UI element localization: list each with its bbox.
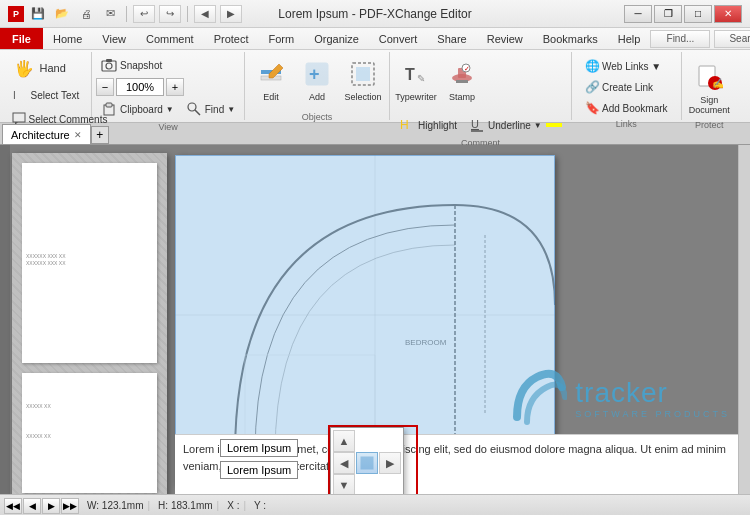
svg-point-5 bbox=[106, 63, 112, 69]
sign-document-button[interactable]: ✍ Sign Document bbox=[687, 57, 731, 118]
close-button[interactable]: ✕ bbox=[714, 5, 742, 23]
add-bookmark-button[interactable]: 🔖 Add Bookmark bbox=[582, 99, 671, 117]
popup-down-button[interactable]: ▼ bbox=[333, 474, 355, 494]
tab-strip: Architecture ✕ + bbox=[0, 123, 750, 145]
ribbon: 🖐 Hand I Select Text Select Comments bbox=[0, 50, 750, 123]
inner-page-bottom: XXXXX XX XXXXX XX bbox=[22, 373, 157, 493]
menu-comment[interactable]: Comment bbox=[136, 28, 204, 49]
clipboard-icon bbox=[101, 101, 117, 117]
popup-toolbar: ▲ ◀ ▶ ▼ bbox=[330, 427, 404, 494]
find-button[interactable]: Find... bbox=[650, 30, 710, 48]
svg-text:✍: ✍ bbox=[712, 77, 723, 90]
popup-center-button[interactable] bbox=[356, 452, 378, 474]
add-button[interactable]: + Add bbox=[295, 54, 339, 110]
svg-line-10 bbox=[195, 110, 200, 115]
sign-document-icon: ✍ bbox=[693, 61, 725, 93]
menu-bar: File Home View Comment Protect Form Orga… bbox=[0, 28, 750, 50]
app-title: Lorem Ipsum - PDF-XChange Editor bbox=[278, 7, 471, 21]
stamp-button[interactable]: ✓ Stamp bbox=[440, 54, 484, 110]
qat-print[interactable]: 🖨 bbox=[76, 5, 96, 23]
snapshot-button[interactable]: Snapshot bbox=[96, 54, 167, 76]
snapshot-icon bbox=[101, 57, 117, 73]
svg-rect-17 bbox=[356, 67, 370, 81]
selection-icon bbox=[347, 58, 379, 90]
qat-undo[interactable]: ↩ bbox=[133, 5, 155, 23]
qat-back[interactable]: ◀ bbox=[194, 5, 216, 23]
underline-button[interactable]: U Underline ▼ bbox=[464, 114, 567, 136]
hand-tool-button[interactable]: 🖐 Hand bbox=[7, 54, 87, 82]
select-text-button[interactable]: I Select Text bbox=[7, 84, 87, 106]
tab-close-button[interactable]: ✕ bbox=[74, 130, 82, 140]
popup-up-button[interactable]: ▲ bbox=[333, 430, 355, 452]
height-info: H: 183.1mm bbox=[158, 500, 212, 511]
popup-left-button[interactable]: ◀ bbox=[333, 452, 355, 474]
protect-label: Protect bbox=[695, 118, 724, 130]
menu-home[interactable]: Home bbox=[43, 28, 92, 49]
view-label: View bbox=[158, 120, 177, 132]
ribbon-group-comment: T ✎ Typewriter bbox=[390, 52, 572, 120]
menu-bookmarks[interactable]: Bookmarks bbox=[533, 28, 608, 49]
menu-file[interactable]: File bbox=[0, 28, 43, 49]
popup-right-button[interactable]: ▶ bbox=[379, 452, 401, 474]
svg-text:T: T bbox=[405, 66, 415, 83]
add-bookmark-icon: 🔖 bbox=[585, 101, 600, 115]
search-button[interactable]: Search... bbox=[714, 30, 750, 48]
menu-help[interactable]: Help bbox=[608, 28, 651, 49]
menu-convert[interactable]: Convert bbox=[369, 28, 428, 49]
ribbon-content: 🖐 Hand I Select Text Select Comments bbox=[0, 50, 750, 122]
svg-text:✓: ✓ bbox=[464, 65, 470, 72]
menu-share[interactable]: Share bbox=[427, 28, 476, 49]
web-links-button[interactable]: 🌐 Web Links ▼ bbox=[582, 57, 671, 75]
popup-label-1: Lorem Ipsum bbox=[220, 439, 298, 457]
x-label: X : bbox=[227, 500, 239, 511]
qat-save[interactable]: 💾 bbox=[28, 5, 48, 23]
pdf-page-left: XXXXXX XXX XX XXXXXX XXX XX XXXXX XX XXX… bbox=[12, 153, 167, 494]
next-page-button[interactable]: ▶ bbox=[42, 498, 60, 514]
app-icon: P bbox=[8, 6, 24, 22]
menu-organize[interactable]: Organize bbox=[304, 28, 369, 49]
create-link-button[interactable]: 🔗 Create Link bbox=[582, 78, 671, 96]
minimize-button[interactable]: ─ bbox=[624, 5, 652, 23]
popup-row-middle: ◀ ▶ bbox=[333, 452, 401, 474]
svg-text:I: I bbox=[13, 90, 16, 101]
links-label: Links bbox=[616, 117, 637, 129]
clipboard-button[interactable]: Clipboard ▼ bbox=[96, 98, 179, 120]
doc-tab-architecture[interactable]: Architecture ✕ bbox=[2, 124, 91, 144]
status-bar: ◀◀ ◀ ▶ ▶▶ W: 123.1mm | H: 183.1mm | X : … bbox=[0, 494, 750, 515]
qat-redo[interactable]: ↪ bbox=[159, 5, 181, 23]
ribbon-group-view: Snapshot − + Clipboard ▼ bbox=[92, 52, 245, 120]
zoom-input[interactable] bbox=[116, 78, 164, 96]
qat-open[interactable]: 📂 bbox=[52, 5, 72, 23]
right-scrollbar[interactable] bbox=[738, 145, 750, 494]
typewriter-button[interactable]: T ✎ Typewriter bbox=[394, 54, 438, 110]
edit-button[interactable]: Edit bbox=[249, 54, 293, 110]
tracker-logo-symbol bbox=[507, 367, 567, 429]
first-page-button[interactable]: ◀◀ bbox=[4, 498, 22, 514]
qat-email[interactable]: ✉ bbox=[100, 5, 120, 23]
zoom-out-button[interactable]: − bbox=[96, 78, 114, 96]
restore-button[interactable]: ❐ bbox=[654, 5, 682, 23]
qat-forward[interactable]: ▶ bbox=[220, 5, 242, 23]
highlight-button[interactable]: H Highlight bbox=[394, 114, 462, 136]
menu-form[interactable]: Form bbox=[259, 28, 305, 49]
web-links-icon: 🌐 bbox=[585, 59, 600, 73]
window-controls: ─ ❐ □ ✕ bbox=[624, 5, 742, 23]
new-tab-button[interactable]: + bbox=[91, 126, 109, 144]
svg-rect-22 bbox=[456, 80, 468, 83]
selection-button[interactable]: Selection bbox=[341, 54, 385, 110]
svg-rect-8 bbox=[106, 103, 112, 107]
tracker-logo: tracker SOFTWARE PRODUCTS bbox=[507, 367, 730, 429]
menu-view[interactable]: View bbox=[92, 28, 136, 49]
edit-icon bbox=[255, 58, 287, 90]
zoom-in-button[interactable]: + bbox=[166, 78, 184, 96]
last-page-button[interactable]: ▶▶ bbox=[61, 498, 79, 514]
svg-rect-39 bbox=[361, 457, 373, 469]
ribbon-group-links: 🌐 Web Links ▼ 🔗 Create Link 🔖 Add Bookma… bbox=[572, 52, 682, 120]
maximize2-button[interactable]: □ bbox=[684, 5, 712, 23]
width-info: W: 123.1mm bbox=[87, 500, 144, 511]
find-tool-button[interactable]: Find ▼ bbox=[181, 98, 240, 120]
menu-review[interactable]: Review bbox=[477, 28, 533, 49]
inner-page-top: XXXXXX XXX XX XXXXXX XXX XX bbox=[22, 163, 157, 363]
menu-protect[interactable]: Protect bbox=[204, 28, 259, 49]
prev-page-button[interactable]: ◀ bbox=[23, 498, 41, 514]
